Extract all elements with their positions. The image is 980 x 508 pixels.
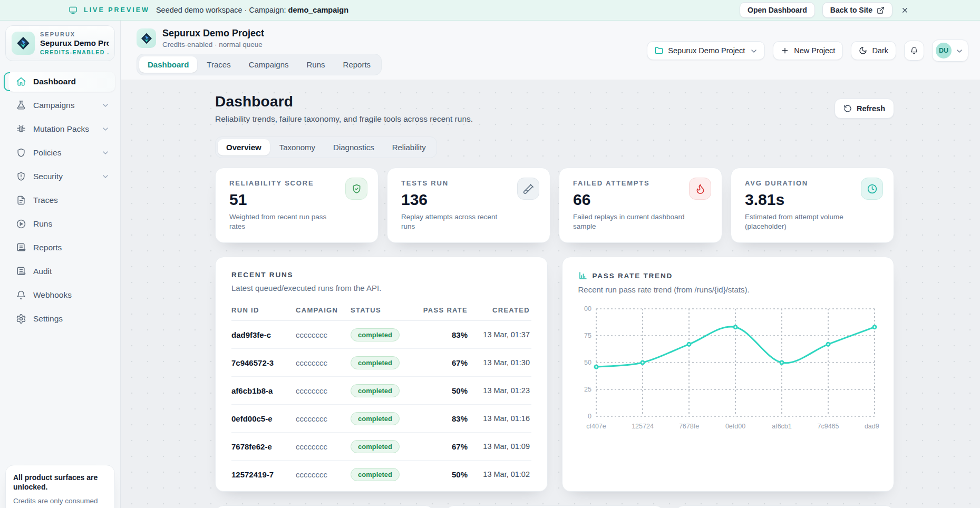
home-icon: [16, 76, 26, 87]
sidebar-item[interactable]: Policies: [8, 143, 115, 163]
sidebar-nav: Dashboard Campaigns Mutation Packs: [5, 72, 115, 329]
flask-icon: [16, 100, 26, 111]
bottom-card: TOP FRAGILE TOOLS: [215, 505, 434, 508]
user-menu[interactable]: DU: [932, 40, 968, 62]
stat-subtext: Replay attempts across recent runs: [401, 212, 513, 231]
shell: SEPURUX Sepurux Demo Proj... CREDITS-ENA…: [0, 21, 980, 508]
test-tube-icon: [517, 178, 539, 200]
refresh-button[interactable]: Refresh: [835, 99, 894, 119]
credits-info-body: Credits are only consumed when you execu…: [13, 496, 107, 508]
status-badge: completed: [351, 384, 400, 397]
sidebar-item-label: Security: [33, 172, 63, 181]
view-tab[interactable]: Overview: [218, 139, 270, 155]
project-tab[interactable]: Runs: [298, 56, 334, 73]
chevron-down-icon: [101, 172, 110, 181]
sidebar-item[interactable]: Reports: [8, 238, 115, 258]
project-title: Sepurux Demo Project: [162, 28, 264, 39]
campaign-cell: cccccccc: [296, 386, 351, 395]
sidebar-item[interactable]: Settings: [8, 309, 115, 329]
external-link-icon: [877, 6, 885, 14]
project-tab[interactable]: Campaigns: [240, 56, 297, 73]
sidebar-item-label: Reports: [33, 243, 62, 252]
banner-message-group: LIVE PREVIEW Seeded demo workspace · Cam…: [69, 6, 348, 15]
scroll-icon: [16, 242, 26, 253]
project-selector[interactable]: Sepurux Demo Project: [647, 41, 765, 60]
sidebar-item[interactable]: Traces: [8, 190, 115, 210]
svg-text:75: 75: [584, 332, 591, 339]
banner-actions: Open Dashboard Back to Site: [740, 2, 911, 18]
stat-label: TESTS RUN: [401, 179, 536, 187]
sidebar-item[interactable]: Audit: [8, 261, 115, 281]
sidebar-item[interactable]: Mutation Packs: [8, 119, 115, 139]
new-project-button[interactable]: New Project: [773, 41, 843, 60]
sidebar-item-label: Runs: [33, 219, 52, 229]
stat-card: FAILED ATTEMPTS 66 Failed replays in cur…: [559, 168, 722, 243]
svg-text:cf407e: cf407e: [586, 423, 606, 430]
table-row[interactable]: 0efd00c5-e cccccccc completed 83% 13 Mar…: [231, 405, 531, 433]
close-banner-button[interactable]: [900, 4, 911, 16]
stat-label: AVG DURATION: [745, 179, 880, 187]
project-tab[interactable]: Dashboard: [139, 56, 197, 73]
pass-rate-cell: 50%: [420, 470, 468, 479]
recent-runs-card: RECENT RUNS Latest queued/executed runs …: [215, 257, 548, 492]
status-badge: completed: [351, 468, 400, 481]
run-id-cell: 0efd00c5-e: [231, 414, 296, 423]
shield-icon: [16, 148, 26, 158]
bottom-card: RUN STATUS MIX: [445, 505, 664, 508]
bottom-card: TOP FAILURE REASONS: [675, 505, 894, 508]
stat-card: AVG DURATION 3.81s Estimated from attemp…: [731, 168, 894, 243]
view-tab[interactable]: Diagnostics: [325, 139, 383, 155]
pass-rate-cell: 83%: [420, 330, 468, 339]
svg-text:af6cb1: af6cb1: [772, 423, 792, 430]
sidebar-item[interactable]: Security: [8, 167, 115, 187]
recent-runs-subtitle: Latest queued/executed runs from the API…: [231, 284, 531, 292]
header-controls: Sepurux Demo Project New Project Dark: [647, 40, 968, 62]
table-row[interactable]: dad9f3fe-c cccccccc completed 83% 13 Mar…: [231, 321, 531, 349]
created-cell: 13 Mar, 01:02: [468, 470, 530, 478]
run-id-cell: 12572419-7: [231, 470, 296, 479]
stat-card: RELIABILITY SCORE 51 Weighted from recen…: [215, 168, 379, 243]
table-row[interactable]: 7678fe62-e cccccccc completed 67% 13 Mar…: [231, 433, 531, 461]
view-tab[interactable]: Reliability: [384, 139, 434, 155]
run-id-cell: dad9f3fe-c: [231, 330, 296, 339]
svg-text:00: 00: [584, 305, 591, 312]
sidebar-item-label: Traces: [33, 196, 58, 205]
table-row[interactable]: 12572419-7 cccccccc completed 50% 13 Mar…: [231, 461, 531, 488]
table-header-row: RUN ID CAMPAIGN STATUS PASS RATE CREATED: [231, 303, 531, 321]
sidebar-item[interactable]: Dashboard: [8, 72, 115, 92]
table-column-header: RUN ID: [231, 306, 296, 314]
live-preview-banner: LIVE PREVIEW Seeded demo workspace · Cam…: [0, 0, 980, 21]
notifications-button[interactable]: [904, 41, 924, 61]
refresh-icon: [843, 104, 852, 113]
refresh-label: Refresh: [857, 104, 885, 113]
sidebar-item[interactable]: Webhooks: [8, 285, 115, 305]
folder-icon: [655, 46, 663, 55]
status-badge: completed: [351, 440, 400, 453]
sidebar-item[interactable]: Runs: [8, 214, 115, 234]
panels-row: RECENT RUNS Latest queued/executed runs …: [215, 257, 894, 492]
sidebar-item[interactable]: Campaigns: [8, 95, 115, 115]
campaign-cell: cccccccc: [296, 414, 351, 423]
theme-toggle-label: Dark: [872, 46, 888, 55]
monitor-icon: [69, 6, 77, 15]
theme-toggle-button[interactable]: Dark: [851, 41, 896, 60]
table-row[interactable]: af6cb1b8-a cccccccc completed 50% 13 Mar…: [231, 377, 531, 405]
project-tab[interactable]: Reports: [335, 56, 380, 73]
campaign-cell: cccccccc: [296, 470, 351, 479]
banner-campaign-name: demo_campaign: [288, 6, 348, 14]
play-circle-icon: [16, 219, 26, 229]
view-tab[interactable]: Taxonomy: [271, 139, 324, 155]
open-dashboard-button[interactable]: Open Dashboard: [740, 2, 815, 18]
pass-rate-cell: 67%: [420, 442, 468, 451]
table-row[interactable]: 7c946572-3 cccccccc completed 67% 13 Mar…: [231, 349, 531, 377]
chevron-down-icon: [101, 101, 110, 110]
pass-rate-chart: 025507500cf407e1257247678fe0efd00af6cb17…: [578, 302, 879, 441]
project-tab[interactable]: Traces: [198, 56, 239, 73]
svg-text:50: 50: [584, 359, 591, 366]
workspace-card[interactable]: SEPURUX Sepurux Demo Proj... CREDITS-ENA…: [5, 25, 115, 61]
run-id-cell: 7678fe62-e: [231, 442, 296, 451]
pass-rate-cell: 67%: [420, 358, 468, 367]
back-to-site-button[interactable]: Back to Site: [822, 2, 892, 18]
svg-text:7c9465: 7c9465: [817, 423, 839, 430]
sidebar: SEPURUX Sepurux Demo Proj... CREDITS-ENA…: [0, 21, 121, 508]
